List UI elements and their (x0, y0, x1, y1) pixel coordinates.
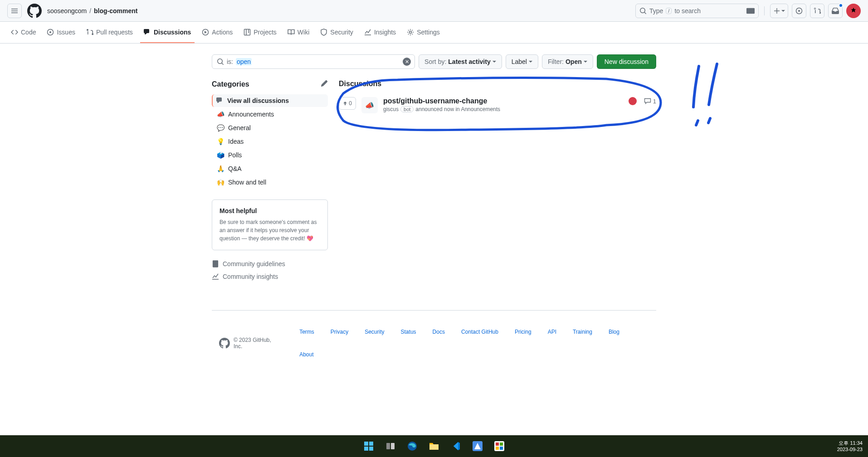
megaphone-icon: 📣 (216, 111, 224, 118)
edit-categories-button[interactable] (321, 80, 328, 89)
categories-heading: Categories (212, 80, 249, 88)
label-dropdown[interactable]: Label (506, 54, 538, 69)
discussion-search[interactable]: is:open ✕ (212, 54, 415, 69)
footer-link-security[interactable]: Security (365, 329, 384, 335)
footer-link-blog[interactable]: Blog (609, 329, 619, 335)
svg-point-6 (410, 31, 412, 33)
tab-actions[interactable]: Actions (198, 22, 236, 43)
tab-settings[interactable]: Settings (403, 22, 444, 43)
menu-button[interactable] (7, 4, 22, 18)
insights-icon (212, 273, 219, 280)
person-icon (849, 7, 858, 15)
tab-projects[interactable]: Projects (240, 22, 280, 43)
footer-link-privacy[interactable]: Privacy (331, 329, 348, 335)
caret-down-icon (781, 10, 785, 12)
comment-count-link[interactable]: 1 (644, 97, 656, 105)
divider (764, 6, 765, 15)
issues-tray-button[interactable] (792, 4, 806, 18)
footer-link-contact[interactable]: Contact GitHub (461, 329, 498, 335)
svg-point-1 (798, 10, 800, 12)
notifications-button[interactable] (828, 4, 843, 18)
footer-link-api[interactable]: API (548, 329, 556, 335)
footer-link-pricing[interactable]: Pricing (515, 329, 532, 335)
github-mark-icon (219, 338, 230, 349)
community-insights-link[interactable]: Community insights (212, 270, 328, 283)
category-ideas[interactable]: 💡Ideas (212, 135, 328, 148)
page-content: is:open ✕ Sort by: Latest activity Label… (205, 44, 663, 387)
footer-link-about[interactable]: About (299, 351, 313, 358)
tab-issues[interactable]: Issues (43, 22, 78, 43)
breadcrumb-repo[interactable]: blog-comment (94, 7, 137, 15)
caret-down-icon (529, 61, 532, 63)
tab-insights[interactable]: Insights (361, 22, 400, 43)
inbox-icon (832, 7, 839, 15)
tab-security[interactable]: Security (317, 22, 357, 43)
breadcrumb: sooseongcom / blog-comment (47, 7, 138, 15)
search-prefix: is: (227, 58, 233, 65)
comment-icon (644, 97, 651, 105)
footer-links: Terms Privacy Security Status Docs Conta… (299, 329, 649, 358)
new-discussion-button[interactable]: New discussion (597, 54, 656, 69)
footer-link-status[interactable]: Status (401, 329, 416, 335)
discussion-icon (216, 97, 224, 104)
clear-search-button[interactable]: ✕ (403, 58, 411, 66)
category-announcements[interactable]: 📣Announcements (212, 108, 328, 121)
category-show[interactable]: 🙌Show and tell (212, 176, 328, 189)
discussion-row: 0 📣 post/github-username-change giscus b… (339, 93, 656, 117)
category-all[interactable]: View all discussions (212, 94, 328, 107)
most-helpful-box: Most helpful Be sure to mark someone's c… (212, 199, 328, 250)
command-palette-icon (746, 7, 755, 15)
community-guidelines-link[interactable]: Community guidelines (212, 258, 328, 270)
tab-pull-requests[interactable]: Pull requests (83, 22, 137, 43)
github-logo[interactable] (27, 4, 42, 18)
global-header: sooseongcom / blog-comment Type / to sea… (0, 0, 868, 22)
footer-link-docs[interactable]: Docs (433, 329, 445, 335)
category-list: View all discussions 📣Announcements 💬Gen… (212, 94, 328, 189)
footer-link-training[interactable]: Training (573, 329, 592, 335)
pull-requests-tray-button[interactable] (810, 4, 824, 18)
category-polls[interactable]: 🗳️Polls (212, 149, 328, 161)
sidebar: Categories View all discussions 📣Announc… (212, 80, 328, 283)
git-pr-icon (814, 7, 821, 15)
gear-icon (407, 29, 414, 36)
notification-dot (839, 3, 843, 8)
chart-icon: 🗳️ (216, 151, 224, 159)
category-qa[interactable]: 🙏Q&A (212, 162, 328, 175)
global-search[interactable]: Type / to search (635, 4, 759, 18)
tab-wiki[interactable]: Wiki (284, 22, 313, 43)
user-avatar[interactable] (846, 4, 861, 18)
discussion-title-link[interactable]: post/github-username-change (383, 97, 487, 105)
discussions-heading: Discussions (339, 80, 656, 88)
participant-avatar[interactable] (629, 97, 637, 105)
help-text: Be sure to mark someone's comment as an … (219, 218, 320, 243)
filter-dropdown[interactable]: Filter: Open (542, 54, 593, 69)
search-kbd: / (666, 8, 672, 14)
footer-link-terms[interactable]: Terms (299, 329, 314, 335)
help-title: Most helpful (219, 207, 320, 214)
annotation-exclaim (685, 62, 731, 134)
breadcrumb-owner[interactable]: sooseongcom (47, 7, 87, 15)
discussion-list-panel: Discussions 0 📣 post/github-username-cha… (339, 80, 656, 283)
search-placeholder-prefix: Type (649, 7, 663, 15)
add-menu-button[interactable] (770, 4, 788, 18)
hamburger-icon (11, 7, 18, 15)
shield-icon (320, 29, 327, 36)
sort-dropdown[interactable]: Sort by: Latest activity (419, 54, 502, 69)
filter-bar: is:open ✕ Sort by: Latest activity Label… (212, 54, 656, 69)
discussion-meta: giscus bot announced now in Announcement… (383, 106, 623, 112)
code-icon (11, 29, 18, 36)
github-mark-icon (27, 4, 42, 18)
breadcrumb-separator: / (89, 7, 91, 15)
search-value: open (236, 58, 252, 65)
issue-icon (47, 29, 54, 36)
category-general[interactable]: 💬General (212, 122, 328, 134)
search-icon (639, 7, 647, 15)
category-badge: 📣 (361, 97, 378, 113)
discussion-body: post/github-username-change giscus bot a… (383, 97, 623, 112)
upvote-button[interactable]: 0 (339, 97, 356, 110)
tab-code[interactable]: Code (7, 22, 39, 43)
tab-discussions[interactable]: Discussions (140, 22, 195, 43)
speech-icon: 💬 (216, 124, 224, 131)
qa-icon: 🙏 (216, 165, 224, 172)
checklist-icon (212, 260, 219, 267)
